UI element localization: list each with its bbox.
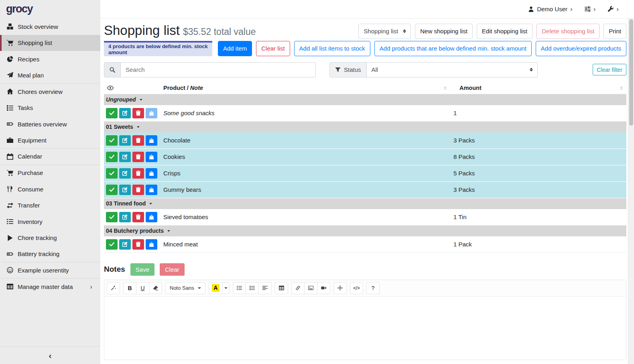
add-below-min-button[interactable]: Add products that are below defined min.… (374, 41, 532, 56)
sidebar-item-meal-plan[interactable]: Meal plan (0, 67, 100, 84)
add-overdue-button[interactable]: Add overdue/expired products (536, 41, 626, 56)
row-delete-button[interactable] (132, 152, 144, 162)
sidebar-item-example-userentity[interactable]: Example userentity (0, 262, 100, 279)
admin-menu[interactable]: › (608, 6, 619, 12)
trash-icon (136, 242, 141, 247)
row-done-button[interactable] (106, 108, 118, 118)
row-add-to-stock-button[interactable] (146, 168, 157, 179)
shopping-list-select[interactable]: Shopping list (358, 24, 411, 39)
arrows-alt-button[interactable] (333, 282, 347, 294)
home-icon (6, 88, 14, 95)
sidebar-item-purchase[interactable]: Purchase (0, 165, 100, 181)
group-row[interactable]: 03 Tinned food (104, 198, 626, 209)
sort-icon[interactable] (619, 85, 624, 91)
row-delete-button[interactable] (132, 185, 144, 195)
row-delete-button[interactable] (132, 239, 144, 250)
group-row[interactable]: Ungrouped (104, 94, 626, 105)
sidebar-item-transfer[interactable]: Transfer (0, 197, 100, 214)
sidebar-item-chores-overview[interactable]: Chores overview (0, 83, 100, 100)
new-shopping-list-button[interactable]: New shopping list (415, 24, 473, 39)
table-button[interactable] (275, 282, 288, 294)
sidebar-item-inventory[interactable]: Inventory (0, 214, 100, 230)
help-button[interactable]: ? (366, 282, 380, 294)
link-button[interactable] (291, 282, 305, 294)
row-edit-button[interactable] (119, 212, 131, 222)
sidebar-item-stock-overview[interactable]: Stock overview (0, 18, 100, 35)
scrollbar-thumb[interactable] (629, 19, 633, 126)
sidebar-item-equipment[interactable]: Equipment (0, 132, 100, 149)
row-add-to-stock-button[interactable] (146, 108, 157, 118)
row-edit-button[interactable] (119, 108, 131, 118)
row-add-to-stock-button[interactable] (146, 239, 157, 250)
editor-toolbar: BUNoto SansA</>? (104, 280, 626, 297)
row-edit-button[interactable] (119, 152, 131, 162)
group-row[interactable]: 04 Butchery products (104, 226, 626, 236)
row-add-to-stock-button[interactable] (146, 135, 157, 146)
notes-save-button[interactable]: Save (130, 263, 154, 276)
notes-editor-area[interactable] (104, 297, 626, 360)
edit-shopping-list-button[interactable]: Edit shopping list (477, 24, 532, 39)
print-button[interactable]: Print (604, 24, 626, 39)
row-edit-button[interactable] (119, 168, 131, 179)
delete-shopping-list-button[interactable]: Delete shopping list (536, 24, 599, 39)
row-add-to-stock-button[interactable] (146, 152, 157, 162)
status-select[interactable]: All (367, 62, 538, 77)
eye-icon[interactable] (107, 85, 114, 91)
sidebar-item-tasks[interactable]: Tasks (0, 100, 100, 116)
user-menu[interactable]: Demo User › (528, 6, 573, 12)
brand[interactable]: grocy (0, 0, 100, 18)
row-edit-button[interactable] (119, 239, 131, 250)
notes-clear-button[interactable]: Clear (160, 263, 185, 276)
bold-button[interactable]: B (123, 282, 136, 294)
sidebar-item-consume[interactable]: Consume (0, 181, 100, 197)
group-row[interactable]: 01 Sweets (104, 122, 626, 132)
picture-button[interactable] (304, 282, 317, 294)
product-column-header[interactable]: Product /Note (163, 85, 453, 91)
clear-list-button[interactable]: Clear list (256, 41, 290, 56)
vertical-scrollbar[interactable] (628, 18, 634, 364)
row-done-button[interactable] (106, 152, 118, 162)
eraser-button[interactable] (149, 282, 162, 294)
row-delete-button[interactable] (132, 108, 144, 118)
add-item-button[interactable]: Add item (218, 41, 252, 56)
sidebar-item-recipes[interactable]: Recipes (0, 51, 100, 67)
fontname-button[interactable]: Noto Sans (165, 282, 205, 294)
settings-menu[interactable]: › (585, 6, 596, 12)
row-done-button[interactable] (106, 135, 118, 146)
sidebar-collapse-button[interactable]: ‹ (0, 346, 100, 364)
magic-button[interactable] (107, 282, 120, 294)
row-done-button[interactable] (106, 212, 118, 222)
paragraph-button[interactable] (258, 282, 272, 294)
video-button[interactable] (317, 282, 330, 294)
row-edit-button[interactable] (119, 185, 131, 195)
row-delete-button[interactable] (132, 212, 144, 222)
row-done-button[interactable] (106, 185, 118, 195)
sidebar-item-battery-tracking[interactable]: Battery tracking (0, 246, 100, 262)
color-button[interactable]: A (209, 282, 223, 294)
row-delete-button[interactable] (132, 135, 144, 146)
amount-column-header[interactable]: Amount (453, 85, 626, 91)
row-done-button[interactable] (106, 168, 118, 179)
sidebar-item-batteries-overview[interactable]: Batteries overview (0, 116, 100, 132)
list-ul-button[interactable] (233, 282, 246, 294)
color-caret-button[interactable] (222, 282, 230, 294)
row-edit-button[interactable] (119, 135, 131, 146)
cart-icon (6, 40, 14, 46)
sidebar-item-shopping-list[interactable]: Shopping list (0, 35, 100, 51)
list-ul-icon (237, 285, 242, 291)
row-add-to-stock-button[interactable] (146, 185, 157, 195)
list-ol-button[interactable] (246, 282, 259, 294)
add-all-to-stock-button[interactable]: Add all list items to stock (294, 41, 370, 56)
row-delete-button[interactable] (132, 168, 144, 179)
codeview-button[interactable]: </> (350, 282, 363, 294)
search-input[interactable] (121, 62, 316, 77)
sidebar-item-manage-master-data[interactable]: Manage master data› (0, 279, 100, 295)
sidebar-item-calendar[interactable]: Calendar (0, 148, 100, 165)
clear-filter-button[interactable]: Clear filter (593, 64, 626, 75)
row-add-to-stock-button[interactable] (146, 212, 157, 222)
edit-icon (122, 171, 128, 176)
underline-button[interactable]: U (136, 282, 149, 294)
sidebar-item-chore-tracking[interactable]: Chore tracking (0, 230, 100, 246)
row-done-button[interactable] (106, 239, 118, 250)
sort-icon[interactable] (443, 85, 448, 91)
